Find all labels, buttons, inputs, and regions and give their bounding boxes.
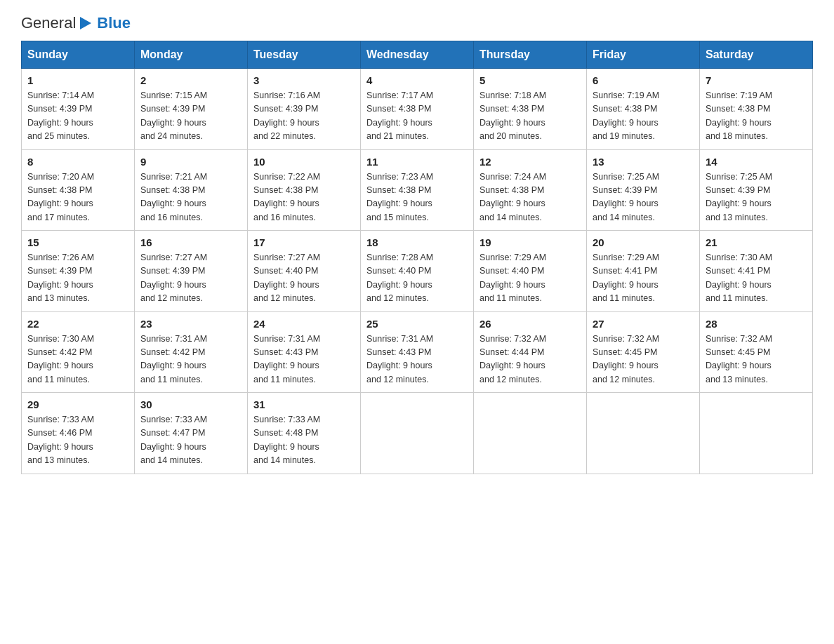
logo-blue: Blue — [97, 15, 131, 31]
day-info: Sunrise: 7:29 AM Sunset: 4:40 PM Dayligh… — [479, 251, 581, 306]
day-number: 11 — [366, 156, 468, 168]
day-info: Sunrise: 7:28 AM Sunset: 4:40 PM Dayligh… — [366, 251, 468, 306]
day-number: 9 — [140, 156, 241, 168]
week-row-1: 1 Sunrise: 7:14 AM Sunset: 4:39 PM Dayli… — [22, 69, 813, 150]
day-number: 21 — [706, 236, 807, 248]
calendar-table: SundayMondayTuesdayWednesdayThursdayFrid… — [21, 41, 813, 474]
day-cell-18: 18 Sunrise: 7:28 AM Sunset: 4:40 PM Dayl… — [361, 231, 474, 312]
empty-cell — [361, 393, 474, 474]
day-number: 31 — [253, 398, 355, 410]
day-cell-8: 8 Sunrise: 7:20 AM Sunset: 4:38 PM Dayli… — [22, 149, 135, 231]
day-info: Sunrise: 7:17 AM Sunset: 4:38 PM Dayligh… — [366, 89, 468, 144]
weekday-header-thursday: Thursday — [474, 41, 587, 69]
day-info: Sunrise: 7:16 AM Sunset: 4:39 PM Dayligh… — [253, 89, 355, 144]
day-number: 20 — [593, 236, 694, 248]
day-cell-16: 16 Sunrise: 7:27 AM Sunset: 4:39 PM Dayl… — [135, 231, 248, 312]
day-cell-21: 21 Sunrise: 7:30 AM Sunset: 4:41 PM Dayl… — [700, 231, 813, 312]
weekday-header-monday: Monday — [135, 41, 248, 69]
empty-cell — [474, 393, 587, 474]
day-number: 10 — [253, 156, 355, 168]
day-number: 19 — [479, 236, 581, 248]
day-cell-20: 20 Sunrise: 7:29 AM Sunset: 4:41 PM Dayl… — [587, 231, 700, 312]
empty-cell — [587, 393, 700, 474]
week-row-4: 22 Sunrise: 7:30 AM Sunset: 4:42 PM Dayl… — [22, 311, 813, 393]
day-number: 14 — [706, 156, 807, 168]
day-number: 6 — [593, 74, 694, 86]
day-number: 17 — [253, 236, 355, 248]
day-number: 4 — [366, 74, 468, 86]
day-info: Sunrise: 7:31 AM Sunset: 4:43 PM Dayligh… — [366, 333, 468, 387]
day-number: 12 — [479, 156, 581, 168]
day-info: Sunrise: 7:20 AM Sunset: 4:38 PM Dayligh… — [27, 170, 128, 225]
weekday-header-friday: Friday — [587, 41, 700, 69]
weekday-header-saturday: Saturday — [700, 41, 813, 69]
day-info: Sunrise: 7:27 AM Sunset: 4:39 PM Dayligh… — [140, 251, 241, 306]
day-number: 13 — [593, 156, 694, 168]
day-info: Sunrise: 7:21 AM Sunset: 4:38 PM Dayligh… — [140, 170, 241, 225]
day-info: Sunrise: 7:25 AM Sunset: 4:39 PM Dayligh… — [706, 170, 807, 225]
day-info: Sunrise: 7:18 AM Sunset: 4:38 PM Dayligh… — [479, 89, 581, 144]
week-row-5: 29 Sunrise: 7:33 AM Sunset: 4:46 PM Dayl… — [22, 393, 813, 474]
day-number: 2 — [140, 74, 241, 86]
day-cell-1: 1 Sunrise: 7:14 AM Sunset: 4:39 PM Dayli… — [22, 69, 135, 150]
day-info: Sunrise: 7:24 AM Sunset: 4:38 PM Dayligh… — [479, 170, 581, 225]
day-cell-10: 10 Sunrise: 7:22 AM Sunset: 4:38 PM Dayl… — [248, 149, 361, 231]
day-info: Sunrise: 7:19 AM Sunset: 4:38 PM Dayligh… — [593, 89, 694, 144]
day-number: 22 — [27, 318, 128, 330]
day-number: 28 — [706, 318, 807, 330]
logo-triangle-icon — [77, 15, 93, 31]
day-cell-7: 7 Sunrise: 7:19 AM Sunset: 4:38 PM Dayli… — [700, 69, 813, 150]
day-info: Sunrise: 7:22 AM Sunset: 4:38 PM Dayligh… — [253, 170, 355, 225]
day-number: 1 — [27, 74, 128, 86]
day-cell-3: 3 Sunrise: 7:16 AM Sunset: 4:39 PM Dayli… — [248, 69, 361, 150]
day-number: 7 — [706, 74, 807, 86]
day-cell-24: 24 Sunrise: 7:31 AM Sunset: 4:43 PM Dayl… — [248, 311, 361, 393]
day-info: Sunrise: 7:33 AM Sunset: 4:48 PM Dayligh… — [253, 413, 355, 468]
week-row-3: 15 Sunrise: 7:26 AM Sunset: 4:39 PM Dayl… — [22, 231, 813, 312]
day-info: Sunrise: 7:30 AM Sunset: 4:42 PM Dayligh… — [27, 333, 128, 387]
day-cell-5: 5 Sunrise: 7:18 AM Sunset: 4:38 PM Dayli… — [474, 69, 587, 150]
page-header: General Blue — [21, 14, 813, 32]
day-number: 27 — [593, 318, 694, 330]
empty-cell — [700, 393, 813, 474]
day-cell-19: 19 Sunrise: 7:29 AM Sunset: 4:40 PM Dayl… — [474, 231, 587, 312]
day-number: 16 — [140, 236, 241, 248]
day-cell-11: 11 Sunrise: 7:23 AM Sunset: 4:38 PM Dayl… — [361, 149, 474, 231]
day-cell-31: 31 Sunrise: 7:33 AM Sunset: 4:48 PM Dayl… — [248, 393, 361, 474]
day-info: Sunrise: 7:27 AM Sunset: 4:40 PM Dayligh… — [253, 251, 355, 306]
day-info: Sunrise: 7:31 AM Sunset: 4:43 PM Dayligh… — [253, 333, 355, 387]
day-cell-29: 29 Sunrise: 7:33 AM Sunset: 4:46 PM Dayl… — [22, 393, 135, 474]
logo-general: General — [21, 14, 76, 32]
day-cell-28: 28 Sunrise: 7:32 AM Sunset: 4:45 PM Dayl… — [700, 311, 813, 393]
day-info: Sunrise: 7:14 AM Sunset: 4:39 PM Dayligh… — [27, 89, 128, 144]
day-number: 24 — [253, 318, 355, 330]
day-info: Sunrise: 7:32 AM Sunset: 4:45 PM Dayligh… — [593, 333, 694, 387]
day-number: 15 — [27, 236, 128, 248]
day-cell-6: 6 Sunrise: 7:19 AM Sunset: 4:38 PM Dayli… — [587, 69, 700, 150]
day-info: Sunrise: 7:30 AM Sunset: 4:41 PM Dayligh… — [706, 251, 807, 306]
day-info: Sunrise: 7:15 AM Sunset: 4:39 PM Dayligh… — [140, 89, 241, 144]
day-info: Sunrise: 7:26 AM Sunset: 4:39 PM Dayligh… — [27, 251, 128, 306]
day-cell-27: 27 Sunrise: 7:32 AM Sunset: 4:45 PM Dayl… — [587, 311, 700, 393]
day-cell-15: 15 Sunrise: 7:26 AM Sunset: 4:39 PM Dayl… — [22, 231, 135, 312]
day-number: 29 — [27, 398, 128, 410]
day-number: 30 — [140, 398, 241, 410]
week-row-2: 8 Sunrise: 7:20 AM Sunset: 4:38 PM Dayli… — [22, 149, 813, 231]
weekday-header-row: SundayMondayTuesdayWednesdayThursdayFrid… — [22, 41, 813, 69]
svg-marker-0 — [80, 17, 91, 29]
day-info: Sunrise: 7:31 AM Sunset: 4:42 PM Dayligh… — [140, 333, 241, 387]
day-info: Sunrise: 7:29 AM Sunset: 4:41 PM Dayligh… — [593, 251, 694, 306]
weekday-header-sunday: Sunday — [22, 41, 135, 69]
day-info: Sunrise: 7:32 AM Sunset: 4:44 PM Dayligh… — [479, 333, 581, 387]
day-info: Sunrise: 7:33 AM Sunset: 4:47 PM Dayligh… — [140, 413, 241, 468]
day-number: 25 — [366, 318, 468, 330]
day-number: 26 — [479, 318, 581, 330]
day-cell-23: 23 Sunrise: 7:31 AM Sunset: 4:42 PM Dayl… — [135, 311, 248, 393]
day-cell-17: 17 Sunrise: 7:27 AM Sunset: 4:40 PM Dayl… — [248, 231, 361, 312]
day-number: 3 — [253, 74, 355, 86]
day-cell-30: 30 Sunrise: 7:33 AM Sunset: 4:47 PM Dayl… — [135, 393, 248, 474]
day-cell-25: 25 Sunrise: 7:31 AM Sunset: 4:43 PM Dayl… — [361, 311, 474, 393]
day-cell-9: 9 Sunrise: 7:21 AM Sunset: 4:38 PM Dayli… — [135, 149, 248, 231]
weekday-header-wednesday: Wednesday — [361, 41, 474, 69]
day-cell-26: 26 Sunrise: 7:32 AM Sunset: 4:44 PM Dayl… — [474, 311, 587, 393]
